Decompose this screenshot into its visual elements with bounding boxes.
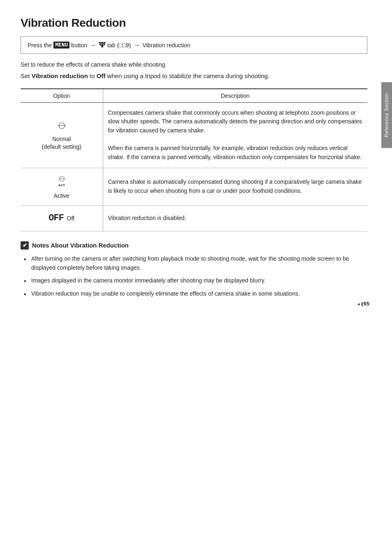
table-row: ⦵ Normal(default setting) Compensates ca… [21, 102, 367, 168]
intro-bold-off: Off [97, 72, 106, 79]
intro-text-1: Set to reduce the effects of camera shak… [21, 60, 367, 69]
nav-button-text: button [71, 42, 87, 49]
list-item: Images displayed in the camera monitor i… [24, 276, 367, 285]
normal-vr-icon: ⦵ [54, 120, 69, 134]
nav-psi-icon: 𝚿 [99, 41, 106, 49]
notes-list: After turning on the camera or after swi… [24, 255, 367, 298]
intro-text-2: Set Vibration reduction to Off when usin… [21, 72, 367, 81]
svg-text:⦵: ⦵ [58, 175, 65, 183]
list-item: Vibration reduction may be unable to com… [24, 289, 367, 298]
active-vr-icon: ⦵ ACT [54, 174, 69, 190]
page-title: Vibration Reduction [21, 16, 367, 30]
nav-arrow1: → [90, 42, 96, 49]
notes-title-text: Notes About Vibration Reduction [32, 242, 129, 249]
off-label: Off [67, 215, 74, 222]
off-icon: OFF [48, 211, 64, 225]
menu-label: MENU [53, 42, 69, 49]
option-cell-normal: ⦵ Normal(default setting) [21, 102, 103, 168]
normal-icon-svg: ⦵ [54, 120, 69, 132]
col-description: Description [103, 89, 367, 103]
page-num-text: ●❴65 [357, 301, 369, 307]
check-icon: ✔ [21, 241, 29, 250]
off-description: Vibration reduction is disabled. [103, 205, 367, 231]
active-label: Active [54, 192, 69, 199]
option-cell-off: OFF Off [21, 205, 103, 231]
normal-description: Compensates camera shake that commonly o… [103, 102, 367, 168]
options-table: Option Description ⦵ Normal(default sett… [21, 88, 367, 231]
page: Reference Section Vibration Reduction Pr… [0, 0, 392, 319]
nav-box: Press the MENU button → 𝚿 tab (□□9) → Vi… [21, 36, 367, 54]
side-tab: Reference Section [381, 82, 392, 148]
option-cell-active: ⦵ ACT Active [21, 168, 103, 205]
notes-section: ✔ Notes About Vibration Reduction After … [21, 241, 367, 298]
col-option: Option [21, 89, 103, 103]
svg-text:⦵: ⦵ [58, 120, 66, 131]
notes-title: ✔ Notes About Vibration Reduction [21, 241, 367, 250]
list-item: After turning on the camera or after swi… [24, 255, 367, 272]
page-number: ●❴65 [357, 301, 369, 307]
nav-press-text: Press the [28, 42, 52, 49]
table-row: ⦵ ACT Active Camera shake is automatical… [21, 168, 367, 205]
active-icon-svg: ⦵ ACT [54, 174, 69, 189]
nav-destination: Vibration reduction [143, 42, 190, 49]
table-row: OFF Off Vibration reduction is disabled. [21, 205, 367, 231]
svg-text:ACT: ACT [58, 183, 65, 187]
normal-label: Normal(default setting) [42, 135, 82, 150]
nav-arrow2: → [134, 42, 140, 49]
active-description: Camera shake is automatically compensate… [103, 168, 367, 205]
intro-bold-vr: Vibration reduction [32, 72, 88, 79]
side-tab-label: Reference Section [384, 93, 390, 137]
nav-tab-info: tab (□□9) [107, 42, 131, 49]
